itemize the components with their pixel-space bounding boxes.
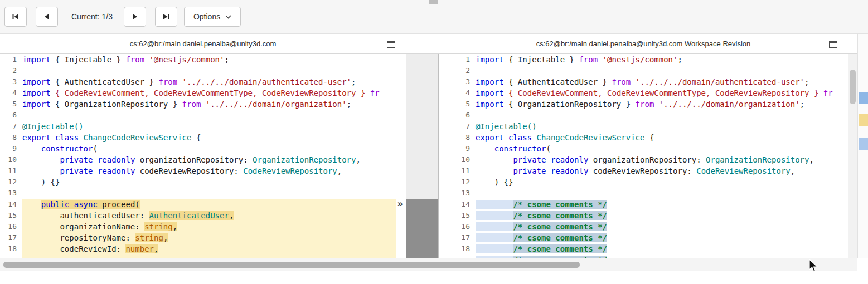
last-diff-button[interactable] (155, 7, 177, 27)
code-text: private readonly organizationRepository:… (22, 154, 396, 165)
code-line: 11 private readonly codeReviewRepository… (439, 165, 848, 177)
code-token: import (22, 55, 51, 64)
code-token (546, 155, 550, 164)
code-text: private readonly codeReviewRepository: C… (22, 165, 396, 177)
overview-diff-marker[interactable] (859, 92, 868, 104)
code-line: 2 (439, 65, 848, 76)
options-button[interactable]: Options (184, 7, 241, 27)
code-line: 12 ) {} (0, 177, 396, 188)
code-token: public (41, 200, 70, 209)
code-token: , (791, 167, 795, 175)
code-token (476, 144, 494, 153)
code-line: 17 repositoryName: string, (0, 232, 396, 243)
code-token: { Injectable } (504, 55, 579, 64)
code-token: , (229, 211, 234, 220)
code-token: private (513, 155, 546, 164)
code-line: 9 constructor( (439, 143, 848, 154)
overview-diff-marker[interactable] (859, 138, 868, 150)
code-text: repositoryName: string, (22, 232, 396, 243)
code-text: @Injectable() (22, 121, 396, 132)
maximize-left-pane-icon[interactable] (387, 41, 395, 48)
code-text (22, 65, 396, 76)
code-token: '../../../domain/organization' (206, 100, 347, 109)
line-number: 16 (0, 221, 22, 232)
code-line: 11 private readonly codeReviewRepository… (0, 165, 396, 177)
overview-diff-marker[interactable] (859, 114, 868, 126)
previous-diff-button[interactable] (36, 7, 58, 27)
line-number: 10 (0, 154, 22, 165)
code-token (598, 55, 602, 64)
center-gutter (406, 54, 439, 258)
vertical-scrollbar-thumb[interactable] (850, 70, 856, 104)
code-line: 6 (439, 110, 848, 121)
code-text (476, 188, 848, 199)
line-number: 7 (0, 121, 22, 132)
apply-change-button[interactable]: » (397, 198, 403, 209)
code-token (504, 89, 508, 97)
code-token: OrganizationRepository (706, 155, 809, 164)
left-pane-title: cs:62@br:/main daniel.penalba@unity3d.co… (130, 40, 277, 48)
code-text: export class ChangeCodeReviewService { (22, 132, 396, 143)
line-number: 8 (439, 132, 476, 143)
horizontal-scrollbar[interactable] (0, 258, 857, 271)
right-pane-title: cs:62@br:/main daniel.penalba@unity3d.co… (536, 40, 751, 48)
code-token (22, 200, 41, 209)
code-token: '@nestjs/common' (149, 55, 225, 64)
code-token: proceed( (98, 200, 140, 209)
code-token: ; (677, 55, 682, 64)
code-text: /* csome comments */ (476, 210, 848, 221)
code-text: authenticatedUser: AuthenticatedUser, (22, 210, 396, 221)
code-token (22, 167, 60, 175)
code-token: @Injectable() (22, 122, 84, 131)
maximize-right-pane-icon[interactable] (829, 41, 837, 48)
code-token (476, 167, 513, 175)
overview-ruler[interactable] (857, 34, 868, 258)
diff-link-block (406, 199, 438, 258)
code-token: ChangeCodeReviewService (84, 133, 192, 142)
line-number: 7 (439, 121, 476, 132)
left-pane-header: cs:62@br:/main daniel.penalba@unity3d.co… (0, 34, 406, 53)
code-token: from (125, 55, 144, 64)
code-token: , (337, 167, 342, 175)
code-text: /* csome comments */ (476, 232, 848, 243)
code-token: ( (93, 144, 97, 153)
code-text: import { OrganizationRepository } from '… (22, 99, 396, 110)
code-text: import { AuthenticatedUser } from '../..… (22, 76, 396, 87)
code-token: authenticatedUser: (22, 211, 149, 220)
line-number: 4 (0, 87, 22, 99)
next-diff-button[interactable] (124, 7, 146, 27)
code-text: @Injectable() (476, 121, 848, 132)
line-number: 18 (439, 243, 476, 254)
line-number: 3 (439, 76, 476, 87)
code-text: private readonly organizationRepository:… (476, 154, 848, 165)
code-token (476, 155, 513, 164)
code-text: import { AuthenticatedUser } from '../..… (476, 76, 848, 87)
line-number: 10 (439, 154, 476, 165)
code-token: organizationRepository: (135, 155, 253, 164)
line-number: 16 (439, 221, 476, 232)
code-token: number (125, 244, 154, 253)
code-token (22, 155, 60, 164)
code-text: private readonly codeReviewRepository: C… (476, 165, 848, 177)
code-text (22, 110, 396, 121)
code-token: private (513, 167, 546, 175)
code-text: import { CodeReviewComment, CodeReviewCo… (476, 87, 848, 99)
code-text (22, 188, 396, 199)
code-line: 13 (0, 188, 396, 199)
code-text: import { OrganizationRepository } from '… (476, 99, 848, 110)
code-token (201, 100, 205, 109)
code-token: , (154, 244, 158, 253)
code-text: import { Injectable } from '@nestjs/comm… (22, 54, 396, 65)
code-token: '../../../domain/authenticated-user' (182, 77, 351, 86)
code-line: 5import { OrganizationRepository } from … (0, 99, 396, 110)
divider-scroll-nub (429, 0, 438, 4)
vertical-scrollbar[interactable] (848, 54, 857, 258)
code-token: { AuthenticatedUser } (51, 77, 159, 86)
code-line: 18 /* csome comments */ (439, 243, 848, 254)
code-token: /* csome comments */ (513, 244, 607, 253)
first-diff-button[interactable] (4, 7, 27, 27)
code-text: ) {} (22, 177, 396, 188)
horizontal-scrollbar-thumb[interactable] (3, 262, 580, 268)
code-token (69, 200, 74, 209)
line-number: 2 (0, 65, 22, 76)
